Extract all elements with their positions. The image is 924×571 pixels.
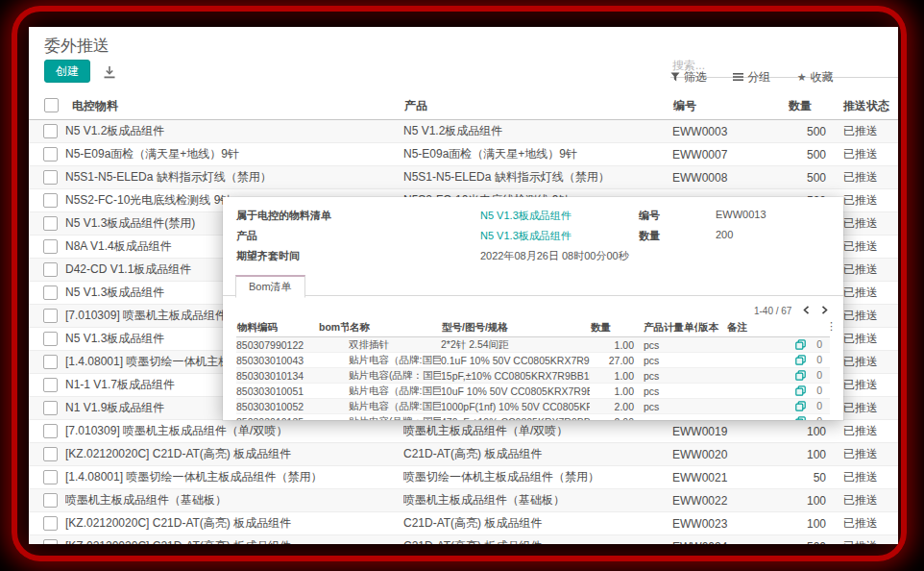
copy-icon[interactable] xyxy=(795,401,806,413)
row-checkbox[interactable] xyxy=(43,309,58,323)
copy-icon[interactable] xyxy=(795,355,806,367)
cell-material: [KZ.02120020C] C21D-AT(高亮) 板成品组件 xyxy=(65,535,403,545)
col-product[interactable]: 产品 xyxy=(403,92,672,120)
bom-list-value: N5 V1.3板成品组件 xyxy=(480,209,571,223)
bom-col-note[interactable]: 备注 xyxy=(726,318,772,337)
row-checkbox[interactable] xyxy=(43,147,58,161)
groupby-button[interactable]: 分组 xyxy=(733,69,770,86)
pager-prev-button[interactable] xyxy=(803,306,810,316)
row-checkbox[interactable] xyxy=(43,193,58,208)
bom-col-spec[interactable]: 型号/图号/规格 xyxy=(441,318,590,337)
export-icon[interactable] xyxy=(102,64,117,80)
bom-cell-uom: pcs xyxy=(638,337,697,353)
bom-col-name[interactable]: 名称 xyxy=(349,318,441,337)
bom-cell-qty: 2.00 xyxy=(590,414,638,421)
cell-number: EWW0022 xyxy=(672,489,788,512)
table-row[interactable]: N5 V1.2板成品组件 N5 V1.2板成品组件 EWW0003 500 已推… xyxy=(29,120,898,143)
copy-count: 0 xyxy=(816,400,822,411)
col-status[interactable]: 推送状态 xyxy=(826,92,898,120)
bom-row[interactable]: 850307990122 双排插针 2*2针 2.54间距 1.00 pcs xyxy=(236,337,830,353)
row-checkbox[interactable] xyxy=(43,332,58,346)
bom-cell-uom: pcs xyxy=(638,399,697,414)
bom-col-uom[interactable]: 产品计量单位 xyxy=(638,318,697,337)
bom-cell-spec: 10uF 10% 50V CC0805KRX7R9BB106(0805) xyxy=(441,384,590,399)
cell-product: 喷墨切绘一体机主板成品组件（禁用） xyxy=(403,466,672,489)
bom-cell-code: 850303010135 xyxy=(236,414,318,421)
bom-cell-spec: 0.1uF 10% 50V CC0805KRX7R9BB104(0805) xyxy=(441,353,590,368)
row-checkbox[interactable] xyxy=(43,355,58,369)
bom-col-qty[interactable]: 数量 xyxy=(590,318,638,337)
row-checkbox[interactable] xyxy=(43,378,58,392)
bom-row[interactable]: 850303010135 贴片电容(品牌：国巨) 470nF ±10% CC08… xyxy=(236,414,830,421)
product-link[interactable]: N5 V1.3板成品组件 xyxy=(480,230,571,241)
copy-icon[interactable] xyxy=(795,416,806,421)
copy-icon[interactable] xyxy=(795,370,806,383)
row-checkbox[interactable] xyxy=(43,424,58,438)
table-row[interactable]: [KZ.02120020C] C21D-AT(高亮) 板成品组件 C21D-AT… xyxy=(29,512,898,535)
cell-status: 已推送 xyxy=(826,143,898,166)
row-checkbox[interactable] xyxy=(43,447,58,461)
cell-qty: 500 xyxy=(788,120,826,143)
row-checkbox[interactable] xyxy=(43,470,58,484)
cell-status: 已推送 xyxy=(826,535,898,545)
bom-cell-bom xyxy=(318,353,349,368)
row-checkbox[interactable] xyxy=(43,401,58,415)
bom-cell-note xyxy=(726,384,772,399)
bom-row[interactable]: 850303010043 贴片电容（品牌:国巨） 0.1uF 10% 50V C… xyxy=(236,353,830,368)
row-checkbox[interactable] xyxy=(43,170,58,185)
bom-col-bom[interactable]: bom节 xyxy=(318,318,349,337)
cell-product: C21D-AT(高亮) 板成品组件 xyxy=(403,443,672,466)
bom-list-link[interactable]: N5 V1.3板成品组件 xyxy=(480,210,571,221)
table-row[interactable]: [1.4.08001] 喷墨切绘一体机主板成品组件（禁用） 喷墨切绘一体机主板成… xyxy=(29,466,898,489)
row-checkbox[interactable] xyxy=(43,286,58,300)
row-checkbox[interactable] xyxy=(43,539,58,544)
pager-next-button[interactable] xyxy=(821,306,828,316)
select-all-checkbox[interactable] xyxy=(44,98,59,112)
bom-col-ver[interactable]: 版本 xyxy=(697,318,726,337)
table-row[interactable]: [7.010309] 喷墨机主板成品组件（单/双喷） 喷墨机主板成品组件（单/双… xyxy=(29,420,898,443)
bom-cell-ver xyxy=(697,414,726,421)
copy-count: 0 xyxy=(816,338,822,350)
row-checkbox[interactable] xyxy=(43,493,58,508)
table-row[interactable]: N5S1-N5-ELEDa 缺料指示灯线（禁用） N5S1-N5-ELEDa 缺… xyxy=(29,166,898,189)
cell-product: 喷墨机主板成品组件（单/双喷） xyxy=(403,420,672,443)
cell-status: 已推送 xyxy=(826,512,898,535)
cell-number: EWW0007 xyxy=(672,143,788,166)
bom-row[interactable]: 850303010051 贴片电容（品牌:国巨） 10uF 10% 50V CC… xyxy=(236,384,830,399)
col-material[interactable]: 电控物料 xyxy=(65,92,403,120)
bom-cell-name: 双排插针 xyxy=(349,337,441,353)
cell-material: N5 V1.2板成品组件 xyxy=(65,120,403,143)
favorites-button[interactable]: ★收藏 xyxy=(797,69,834,86)
bom-row[interactable]: 850303010052 贴片电容（品牌:国巨） 1000pF(1nf) 10%… xyxy=(236,399,830,414)
time-value: 2022年08月26日 08时00分00秒 xyxy=(480,249,629,263)
tab-bom-list[interactable]: Bom清单 xyxy=(235,275,305,298)
bom-col-code[interactable]: 物料编码 xyxy=(236,318,318,337)
cell-qty: 100 xyxy=(788,443,826,466)
row-checkbox[interactable] xyxy=(43,216,58,231)
row-checkbox[interactable] xyxy=(43,262,58,277)
col-qty[interactable]: 数量 xyxy=(788,92,826,120)
copy-icon[interactable] xyxy=(795,339,806,352)
bom-cell-code: 850303010134 xyxy=(236,368,318,384)
table-row[interactable]: [KZ.02120020C] C21D-AT(高亮) 板成品组件 C21D-AT… xyxy=(29,443,898,466)
row-checkbox[interactable] xyxy=(43,516,58,531)
copy-count: 0 xyxy=(816,354,822,365)
cell-material: N5S1-N5-ELEDa 缺料指示灯线（禁用） xyxy=(65,166,403,189)
table-row[interactable]: N5-E09a面检（满天星+地线）9针 N5-E09a面检（满天星+地线）9针 … xyxy=(29,143,898,166)
bom-cell-note xyxy=(726,368,772,384)
table-row[interactable]: [KZ.02120020C] C21D-AT(高亮) 板成品组件 C21D-AT… xyxy=(29,535,898,545)
bom-cell-bom xyxy=(318,414,349,421)
filter-button[interactable]: 筛选 xyxy=(670,69,707,86)
copy-count: 0 xyxy=(816,415,822,421)
create-button[interactable]: 创建 xyxy=(44,60,90,83)
row-checkbox[interactable] xyxy=(43,124,58,138)
col-number[interactable]: 编号 xyxy=(672,92,788,120)
bom-row[interactable]: 850303010134 贴片电容(品牌：国巨) 15pF,±10% CC080… xyxy=(236,368,830,384)
cell-material: [KZ.02120020C] C21D-AT(高亮) 板成品组件 xyxy=(65,443,403,466)
bom-table: 物料编码 bom节 名称 型号/图号/规格 数量 产品计量单位 版本 备注 85… xyxy=(236,318,830,420)
row-checkbox[interactable] xyxy=(43,239,58,254)
bom-popup: 属于电控的物料清单 N5 V1.3板成品组件 产品 N5 V1.3板成品组件 期… xyxy=(223,197,843,420)
cell-material: N5-E09a面检（满天星+地线）9针 xyxy=(65,143,403,166)
table-row[interactable]: 喷墨机主板成品组件（基础板） 喷墨机主板成品组件（基础板） EWW0022 10… xyxy=(29,489,898,512)
copy-icon[interactable] xyxy=(795,385,806,398)
